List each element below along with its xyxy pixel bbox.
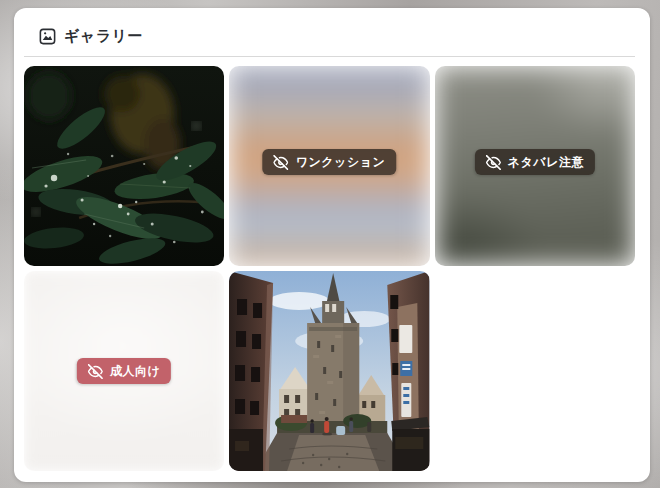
page-title: ギャラリー [64, 27, 143, 46]
eye-off-icon [486, 155, 501, 170]
eye-off-icon [274, 155, 289, 170]
reveal-button-spoiler[interactable]: ネタバレ注意 [475, 149, 595, 175]
reveal-button-onecushion[interactable]: ワンクッション [263, 149, 396, 175]
gallery-item-onecushion[interactable]: ワンクッション [229, 66, 429, 266]
gallery-grid: ワンクッション ネタバレ注意 [24, 66, 635, 471]
gallery-item-spoiler[interactable]: ネタバレ注意 [435, 66, 635, 266]
reveal-button-adult[interactable]: 成人向け [77, 358, 171, 384]
gallery-item-leaves[interactable] [24, 66, 224, 266]
gallery-item-adult[interactable]: 成人向け [24, 271, 224, 471]
reveal-button-label: ネタバレ注意 [508, 154, 584, 171]
tower-photo [229, 271, 429, 471]
reveal-button-label: 成人向け [110, 363, 160, 380]
header-divider [24, 56, 635, 57]
gallery-header: ギャラリー [38, 25, 631, 47]
gallery-item-tower[interactable] [229, 271, 429, 471]
gallery-image-icon [38, 27, 57, 46]
eye-off-icon [88, 364, 103, 379]
gallery-card: ギャラリー [14, 8, 650, 482]
gallery-empty-cell [435, 271, 635, 471]
leaves-photo [24, 66, 224, 266]
reveal-button-label: ワンクッション [296, 154, 385, 171]
